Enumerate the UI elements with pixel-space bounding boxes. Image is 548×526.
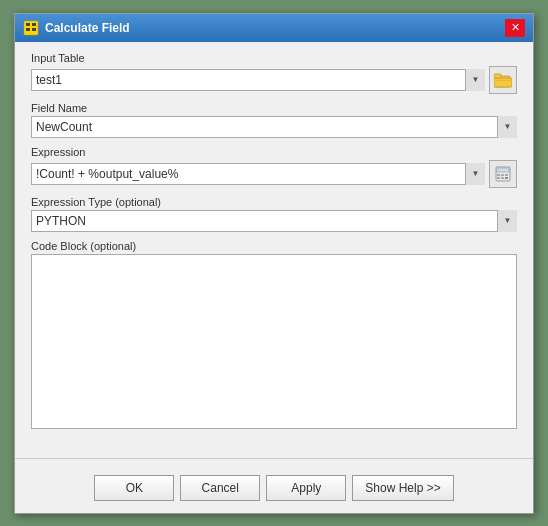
expression-select[interactable]: !Count! + %output_value%: [31, 163, 485, 185]
expression-group: Expression !Count! + %output_value%: [31, 146, 517, 188]
svg-rect-4: [32, 28, 36, 31]
input-table-row: test1: [31, 66, 517, 94]
button-row: OK Cancel Apply Show Help >>: [15, 467, 533, 513]
expression-type-select[interactable]: PYTHON VB: [31, 210, 517, 232]
code-block-label: Code Block (optional): [31, 240, 517, 252]
svg-rect-15: [501, 177, 504, 179]
field-name-label: Field Name: [31, 102, 517, 114]
svg-rect-7: [494, 74, 501, 78]
apply-button[interactable]: Apply: [266, 475, 346, 501]
svg-rect-3: [26, 28, 30, 31]
calculator-icon: [495, 166, 511, 182]
svg-rect-16: [505, 177, 508, 179]
expression-label: Expression: [31, 146, 517, 158]
input-table-label: Input Table: [31, 52, 517, 64]
title-bar: Calculate Field ✕: [15, 14, 533, 42]
dialog-body: Input Table test1: [15, 42, 533, 450]
svg-rect-12: [501, 174, 504, 176]
code-block-group: Code Block (optional): [31, 240, 517, 432]
svg-rect-6: [494, 78, 512, 87]
expression-type-group: Expression Type (optional) PYTHON VB: [31, 196, 517, 232]
svg-rect-1: [26, 23, 30, 26]
title-bar-left: Calculate Field: [23, 20, 130, 36]
svg-rect-10: [497, 168, 509, 172]
field-name-select[interactable]: NewCount: [31, 116, 517, 138]
expression-dropdown-wrapper: !Count! + %output_value%: [31, 163, 485, 185]
dialog-title: Calculate Field: [45, 21, 130, 35]
expression-calculator-button[interactable]: [489, 160, 517, 188]
svg-rect-14: [497, 177, 500, 179]
svg-rect-13: [505, 174, 508, 176]
folder-open-icon: [494, 72, 512, 88]
code-block-textarea[interactable]: [31, 254, 517, 429]
expression-type-label: Expression Type (optional): [31, 196, 517, 208]
cancel-button[interactable]: Cancel: [180, 475, 260, 501]
field-name-group: Field Name NewCount: [31, 102, 517, 138]
svg-rect-2: [32, 23, 36, 26]
svg-rect-8: [496, 80, 510, 81]
expression-type-dropdown-wrapper: PYTHON VB: [31, 210, 517, 232]
input-table-select[interactable]: test1: [31, 69, 485, 91]
svg-rect-11: [497, 174, 500, 176]
input-table-dropdown-wrapper: test1: [31, 69, 485, 91]
field-name-dropdown-wrapper: NewCount: [31, 116, 517, 138]
button-divider: [15, 458, 533, 459]
show-help-button[interactable]: Show Help >>: [352, 475, 453, 501]
input-table-group: Input Table test1: [31, 52, 517, 94]
calculate-field-dialog: Calculate Field ✕ Input Table test1: [14, 13, 534, 514]
close-button[interactable]: ✕: [505, 19, 525, 37]
input-table-browse-button[interactable]: [489, 66, 517, 94]
ok-button[interactable]: OK: [94, 475, 174, 501]
expression-row: !Count! + %output_value%: [31, 160, 517, 188]
dialog-title-icon: [23, 20, 39, 36]
